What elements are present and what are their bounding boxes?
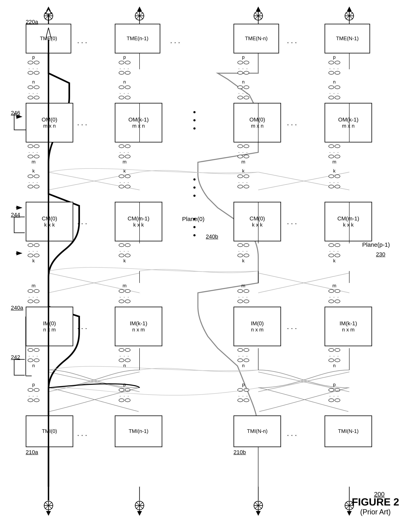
ref-210a: 210a (26, 449, 38, 456)
plane-separator-dots-3: • • • (190, 218, 199, 238)
svg-line-22 (346, 12, 353, 19)
lens-group-p2-bot: p . . . (119, 382, 130, 402)
dots-tmi-12: . . . (77, 429, 87, 438)
lens-group-p1-top: p . . . (28, 54, 39, 75)
lens-group-n1-im-bot: . . . n (28, 348, 39, 368)
lens-group-p3-top: p . . . (238, 54, 249, 75)
dots-om-12: . . . (77, 119, 87, 127)
lens-group-p4-top: p . . . (328, 54, 340, 75)
lens-group-m4-im-top: m . . . (328, 283, 340, 303)
dots-tme-34: . . . (287, 37, 297, 45)
lens-group-k3-cm-top: k . . . (238, 168, 249, 188)
ref-220a: 220a (26, 19, 38, 25)
dots-tmi-34: . . . (287, 429, 297, 438)
lens-group-k1-cm-bot: . . . k (28, 243, 39, 264)
lens-group-m2-im-top: m . . . (119, 283, 130, 303)
diagram-lines (0, 0, 415, 532)
svg-line-3 (45, 12, 52, 19)
svg-point-36 (254, 501, 263, 510)
plane-p1-label: Plane(p-1) (362, 241, 390, 248)
lens-group-n2-im-bot: . . . n (119, 348, 130, 368)
lens-group-k4-cm-top: k . . . (328, 168, 340, 188)
cm-m1-col4-block: CM(m-1) k x k (325, 202, 372, 241)
lens-group-n4-im-bot: . . . n (328, 348, 340, 368)
svg-line-28 (45, 502, 52, 509)
ref-240a: 240a (11, 305, 23, 311)
tme-nn-block: TME(N-n) (233, 24, 279, 53)
om-k1-col4-block: OM(k-1) m x n (325, 103, 372, 142)
svg-line-16 (255, 12, 262, 19)
lens-group-k2-cm-bot: . . . k (119, 243, 130, 264)
lens-group-n4-om-top: n . . . (328, 79, 340, 99)
lens-group-k2-cm-top: k . . . (119, 168, 130, 188)
svg-line-10 (136, 12, 143, 19)
lens-group-p1-bot: p . . . (28, 382, 39, 402)
svg-line-4 (45, 12, 52, 19)
svg-line-15 (255, 12, 262, 19)
svg-point-6 (135, 11, 144, 20)
dots-cm-12: . . . (77, 218, 87, 226)
svg-line-33 (136, 502, 143, 509)
tmi-n1-col4-block: TMI(N-1) (325, 416, 372, 447)
page: TME(0) 220a TME(n-1) . . . TME(N-n) . . … (0, 0, 415, 532)
svg-point-12 (254, 11, 263, 20)
dots-tme-23: . . . (170, 37, 180, 45)
dots-cm-34: . . . (287, 218, 297, 226)
dots-im-12: . . . (77, 323, 87, 331)
plane-separator-dots-2: • • • (190, 178, 199, 199)
lens-group-m2-om-bot: . . . m (119, 144, 130, 165)
tme-n1b-block: TME(N-1) (325, 24, 370, 53)
svg-line-39 (255, 502, 262, 509)
ref-210b: 210b (233, 449, 246, 456)
lens-group-m3-om-bot: . . . m (238, 144, 249, 165)
svg-line-27 (45, 502, 52, 509)
im-k1-col2-block: IM(k-1) n x m (115, 307, 162, 346)
tmi-nn-col3-block: TMI(N-n) (233, 416, 281, 447)
lens-group-n1-om-top: n . . . (28, 79, 39, 99)
lens-group-m1-om-bot: . . . m (28, 144, 39, 165)
dots-im-34: . . . (287, 323, 297, 331)
tme-0-block: TME(0) (26, 24, 71, 53)
im-k1-col4-block: IM(k-1) n x m (325, 307, 372, 346)
svg-point-30 (135, 501, 144, 510)
svg-point-24 (44, 501, 53, 510)
ref-240b: 240b (206, 233, 218, 240)
lens-group-k1-cm-top: k . . . (28, 168, 39, 188)
om-0-col1-block: OM(0) m x n (26, 103, 73, 142)
cm-m1-col2-block: CM(m-1) k x k (115, 202, 162, 241)
dots-tme-12: . . . (77, 37, 87, 45)
lens-group-p3-bot: p . . . (238, 382, 249, 402)
lens-group-k3-cm-bot: . . . k (238, 243, 249, 264)
lens-group-n3-im-bot: . . . n (238, 348, 249, 368)
figure-label: FIGURE 2 (Prior Art) (352, 496, 399, 516)
tme-n1-block: TME(n-1) (115, 24, 160, 53)
lens-group-p2-top: p . . . (119, 54, 130, 75)
lens-group-m3-im-top: m . . . (238, 283, 249, 303)
ref-246: 246 (11, 110, 20, 116)
svg-line-9 (136, 12, 143, 19)
tmi-0-col1-block: TMI(0) (26, 416, 73, 447)
tmi-n1-col2-block: TMI(n-1) (115, 416, 162, 447)
dots-om-34: . . . (287, 119, 297, 127)
lens-group-n3-om-top: n . . . (238, 79, 249, 99)
lens-group-k4-cm-bot: . . . k (328, 243, 340, 264)
svg-point-0 (44, 11, 53, 20)
lens-group-m1-im-top: m . . . (28, 283, 39, 303)
cm-0-col1-block: CM(0) k x k (26, 202, 73, 241)
lens-group-p4-bot: p . . . (328, 382, 340, 402)
ref-230: 230 (376, 251, 385, 257)
om-k1-col2-block: OM(k-1) m x n (115, 103, 162, 142)
im-0-col1-block: IM(0) n x m (26, 307, 73, 346)
svg-line-34 (136, 502, 143, 509)
plane-separator-dots: • • • (190, 111, 199, 131)
svg-marker-100 (46, 9, 51, 14)
om-0-col3-block: OM(0) m x n (233, 103, 281, 142)
svg-line-21 (346, 12, 353, 19)
svg-point-18 (345, 11, 354, 20)
lens-group-n2-om-top: n . . . (119, 79, 130, 99)
lens-group-m4-om-bot: . . . m (328, 144, 340, 165)
svg-line-40 (255, 502, 262, 509)
interconnect-fabric (0, 0, 415, 532)
cm-0-col3-block: CM(0) k x k (233, 202, 281, 241)
im-0-col3-block: IM(0) n x m (233, 307, 281, 346)
